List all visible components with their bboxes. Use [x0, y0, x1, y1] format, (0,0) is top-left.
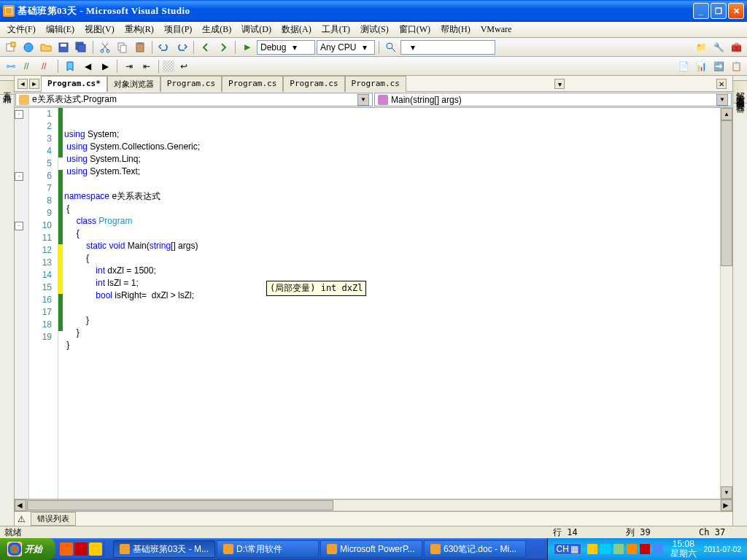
ql-icon[interactable]	[89, 542, 102, 556]
word-wrap-button[interactable]: ↩	[176, 58, 192, 74]
outline-toggle[interactable]: -	[15, 222, 23, 230]
tray-icon[interactable]	[627, 544, 637, 554]
comment-button[interactable]: //	[20, 58, 36, 74]
tray-icon[interactable]	[614, 544, 624, 554]
properties-button[interactable]: 🔧	[711, 39, 727, 55]
tray-icon[interactable]	[600, 544, 611, 554]
uncomment-button[interactable]: //	[38, 58, 54, 74]
menu-item[interactable]: 项目(P)	[160, 22, 197, 37]
error-list-tab[interactable]: 错误列表	[31, 512, 76, 526]
ql-icon[interactable]	[60, 542, 73, 556]
cut-button[interactable]	[97, 39, 113, 55]
tray-icon[interactable]	[640, 544, 650, 554]
document-tabs: ◄ ► Program.cs*对象浏览器Program.csProgram.cs…	[15, 76, 732, 92]
menu-item[interactable]: 测试(S)	[356, 22, 393, 37]
outline-toggle[interactable]: -	[15, 110, 23, 119]
scroll-up-button[interactable]: ▲	[721, 108, 732, 120]
scroll-right-button[interactable]: ►	[721, 499, 732, 511]
task-button[interactable]: Microsoft PowerP...	[320, 540, 422, 558]
misc-button-3[interactable]: ➡️	[711, 58, 727, 74]
prev-bookmark-button[interactable]: ◀	[80, 58, 96, 74]
save-button[interactable]	[55, 39, 71, 55]
menu-item[interactable]: 生成(B)	[198, 22, 236, 37]
config-combo[interactable]: Debug▾	[257, 40, 315, 55]
nav-back-button[interactable]	[198, 39, 214, 55]
new-website-button[interactable]	[20, 39, 36, 55]
outline-toggle[interactable]: -	[15, 172, 23, 181]
misc-button-2[interactable]: 📊	[693, 58, 709, 74]
close-tab-button[interactable]: ✕	[716, 79, 727, 89]
copy-button[interactable]	[115, 39, 131, 55]
file-tab[interactable]: Program.cs	[345, 76, 406, 92]
paste-button[interactable]	[132, 39, 148, 55]
menu-item[interactable]: 帮助(H)	[436, 22, 475, 37]
menu-item[interactable]: 工具(T)	[317, 22, 355, 37]
menu-item[interactable]: VMware	[476, 23, 516, 36]
maximize-button[interactable]: ❐	[711, 3, 727, 19]
task-button[interactable]: 基础班第03天 - M...	[113, 540, 215, 558]
solution-explorer-button[interactable]: 📁	[693, 39, 709, 55]
outdent-button[interactable]: ⇤	[139, 58, 155, 74]
svg-rect-12	[138, 42, 142, 44]
menu-item[interactable]: 数据(A)	[277, 22, 316, 37]
menu-item[interactable]: 调试(D)	[237, 22, 276, 37]
vertical-scrollbar[interactable]: ▲ ▼	[720, 108, 732, 499]
status-ch: Ch 37	[699, 527, 743, 537]
code-text[interactable]: using System; using System.Collections.G…	[63, 108, 720, 499]
type-nav-combo[interactable]: e关系表达式.Program▼	[15, 93, 373, 106]
bookmark-button[interactable]	[62, 58, 78, 74]
start-button[interactable]: 开始	[0, 538, 55, 560]
tab-scroll-right[interactable]: ►	[29, 79, 39, 89]
find-combo[interactable]: ▾	[400, 40, 495, 55]
open-file-button[interactable]	[38, 39, 54, 55]
file-tab[interactable]: Program.cs	[222, 76, 283, 92]
menu-item[interactable]: 视图(V)	[80, 22, 119, 37]
misc-button-1[interactable]: 📄	[676, 58, 692, 74]
horizontal-scrollbar[interactable]: ◄ ►	[15, 499, 732, 511]
language-bar[interactable]: CH▦	[554, 543, 581, 555]
menu-item[interactable]: 重构(R)	[120, 22, 158, 37]
status-state: 就绪	[4, 526, 48, 539]
file-tab[interactable]: Program.cs	[283, 76, 344, 92]
next-bookmark-button[interactable]: ▶	[97, 58, 113, 74]
scroll-left-button[interactable]: ◄	[15, 499, 26, 511]
platform-combo[interactable]: Any CPU▾	[317, 40, 375, 55]
toolbox-tab[interactable]: 工具箱	[0, 80, 15, 95]
task-button[interactable]: D:\常用软件	[217, 540, 319, 558]
file-tab[interactable]: 对象浏览器	[107, 76, 160, 92]
scroll-thumb[interactable]	[27, 500, 333, 510]
indicator-margin: - - -	[15, 108, 29, 499]
find-in-files-button[interactable]	[383, 39, 399, 55]
display-object-button[interactable]	[3, 58, 19, 74]
minimize-button[interactable]: _	[693, 3, 709, 19]
file-tab[interactable]: Program.cs	[160, 76, 222, 92]
tray-icon[interactable]	[587, 544, 597, 554]
tab-list-button[interactable]: ▾	[554, 79, 565, 89]
undo-button[interactable]	[156, 39, 172, 55]
save-all-button[interactable]	[73, 39, 89, 55]
ql-icon[interactable]	[74, 542, 88, 556]
nav-forward-button[interactable]	[215, 39, 231, 55]
toolbox-button[interactable]: 🧰	[728, 39, 744, 55]
misc-button-4[interactable]: 📋	[728, 58, 744, 74]
scroll-thumb[interactable]	[721, 120, 732, 266]
menu-item[interactable]: 编辑(E)	[42, 22, 79, 37]
menu-item[interactable]: 文件(F)	[3, 22, 40, 37]
code-editor[interactable]: - - - 12345678910111213141516171819 usin…	[15, 108, 732, 499]
file-tab[interactable]: Program.cs*	[41, 76, 107, 92]
redo-button[interactable]	[174, 39, 190, 55]
scroll-down-button[interactable]: ▼	[721, 486, 732, 499]
indent-button[interactable]: ⇥	[121, 58, 137, 74]
tray-icon[interactable]	[653, 544, 663, 554]
member-nav-combo[interactable]: Main(string[] args)▼	[374, 93, 732, 106]
clock[interactable]: 15:08 星期六	[666, 540, 697, 559]
close-button[interactable]: ✕	[728, 3, 744, 19]
menu-item[interactable]: 窗口(W)	[395, 22, 435, 37]
toggle-ws-button[interactable]	[163, 61, 174, 72]
tab-scroll-left[interactable]: ◄	[18, 79, 28, 89]
task-button[interactable]: 630笔记.doc - Mi...	[424, 540, 526, 558]
method-icon	[378, 95, 388, 105]
solution-explorer-tab[interactable]: 解决方案资源管理器	[732, 80, 747, 104]
new-project-button[interactable]	[3, 39, 19, 55]
start-debug-button[interactable]: ▶	[239, 39, 255, 55]
